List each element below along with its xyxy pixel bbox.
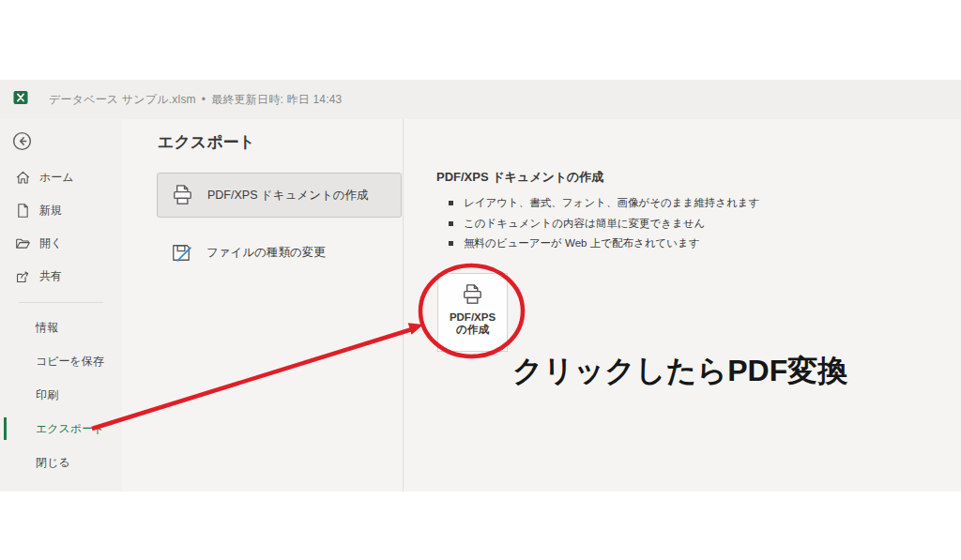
document-name: データベース サンプル.xlsm xyxy=(49,92,196,108)
printer-document-icon xyxy=(170,183,195,208)
backstage-sidebar: ホーム 新規 開く 共 xyxy=(0,119,122,492)
detail-bullet-list: レイアウト、書式、フォント、画像がそのまま維持されます このドキュメントの内容は… xyxy=(436,193,961,254)
sidebar-item-open[interactable]: 開く xyxy=(0,227,122,260)
page-title: エクスポート xyxy=(158,131,403,153)
sidebar-item-label: エクスポート xyxy=(36,421,104,437)
bullet-text: 無料のビューアーが Web 上で配布されています xyxy=(464,234,700,254)
create-button-label-line1: PDF/XPS xyxy=(450,311,496,323)
sidebar-item-label: 印刷 xyxy=(36,387,58,403)
open-folder-icon xyxy=(15,235,31,251)
bullet-marker xyxy=(449,201,453,205)
titlebar: データベース サンプル.xlsm • 最終更新日時: 昨日 14:43 xyxy=(0,80,961,119)
home-icon xyxy=(15,170,31,186)
detail-heading: PDF/XPS ドキュメントの作成 xyxy=(436,169,961,186)
bullet-item: 無料のビューアーが Web 上で配布されています xyxy=(436,234,961,254)
option-create-pdf-xps[interactable]: PDF/XPS ドキュメントの作成 xyxy=(157,173,402,218)
sidebar-item-label: 情報 xyxy=(36,320,58,336)
bullet-text: このドキュメントの内容は簡単に変更できません xyxy=(464,214,705,235)
sidebar-item-share[interactable]: 共有 xyxy=(0,260,122,293)
sidebar-nav: ホーム 新規 開く 共 xyxy=(0,161,122,479)
printer-document-icon xyxy=(460,282,485,308)
option-label: PDF/XPS ドキュメントの作成 xyxy=(207,188,369,204)
bullet-marker xyxy=(449,241,453,246)
share-icon xyxy=(15,268,31,284)
bullet-marker xyxy=(449,221,453,226)
sidebar-item-label: 共有 xyxy=(39,268,62,284)
sidebar-item-close[interactable]: 閉じる xyxy=(0,446,122,479)
sidebar-item-export[interactable]: エクスポート xyxy=(0,412,122,446)
document-title: データベース サンプル.xlsm • 最終更新日時: 昨日 14:43 xyxy=(49,80,342,119)
sidebar-item-label: 閉じる xyxy=(36,455,70,471)
sidebar-item-home[interactable]: ホーム xyxy=(0,161,122,194)
sidebar-divider xyxy=(19,302,103,303)
bullet-item: このドキュメントの内容は簡単に変更できません xyxy=(436,214,961,235)
sidebar-item-label: ホーム xyxy=(39,170,74,186)
excel-icon xyxy=(13,90,28,105)
last-modified-text: 最終更新日時: 昨日 14:43 xyxy=(211,92,342,108)
sidebar-item-label: コピーを保存 xyxy=(36,354,104,370)
new-document-icon xyxy=(15,203,31,219)
sidebar-item-label: 新規 xyxy=(39,203,62,219)
sidebar-item-label: 開く xyxy=(39,235,62,251)
file-type-icon xyxy=(169,240,194,265)
active-indicator-bar xyxy=(4,417,7,440)
export-page: エクスポート PDF/XPS ドキュメントの作成 ファイルの種類の変更 xyxy=(122,119,961,492)
sidebar-item-print[interactable]: 印刷 xyxy=(0,378,122,412)
title-separator: • xyxy=(202,93,206,106)
sidebar-item-info[interactable]: 情報 xyxy=(0,310,122,344)
option-change-file-type[interactable]: ファイルの種類の変更 xyxy=(157,230,402,275)
bullet-item: レイアウト、書式、フォント、画像がそのまま維持されます xyxy=(436,193,961,214)
annotation-caption: クリックしたらPDF変換 xyxy=(512,351,847,392)
create-pdf-xps-button[interactable]: PDF/XPS の作成 xyxy=(437,273,508,352)
back-arrow-icon[interactable] xyxy=(12,131,32,151)
bullet-text: レイアウト、書式、フォント、画像がそのまま維持されます xyxy=(464,193,759,214)
option-label: ファイルの種類の変更 xyxy=(206,245,326,261)
sidebar-item-new[interactable]: 新規 xyxy=(0,194,122,227)
sidebar-item-save-copy[interactable]: コピーを保存 xyxy=(0,344,122,378)
export-options-column: エクスポート PDF/XPS ドキュメントの作成 ファイルの種類の変更 xyxy=(122,119,404,492)
create-button-label-line2: の作成 xyxy=(456,323,489,337)
